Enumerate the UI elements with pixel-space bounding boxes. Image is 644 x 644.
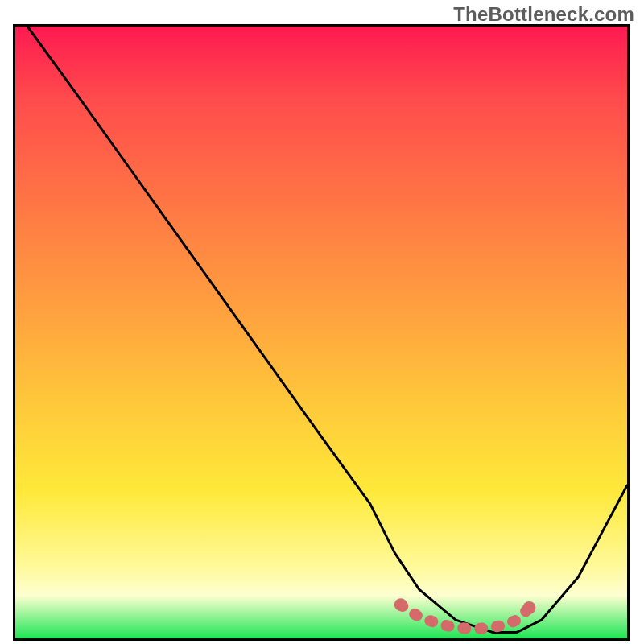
marker-dot [522, 601, 535, 614]
watermark-text: TheBottleneck.com [453, 3, 634, 26]
marker-dot [394, 598, 407, 611]
bottleneck-curve [27, 27, 627, 632]
curve-layer [15, 27, 627, 638]
chart-container: TheBottleneck.com [0, 0, 644, 644]
marker-band [401, 605, 530, 629]
plot-area [13, 24, 630, 641]
